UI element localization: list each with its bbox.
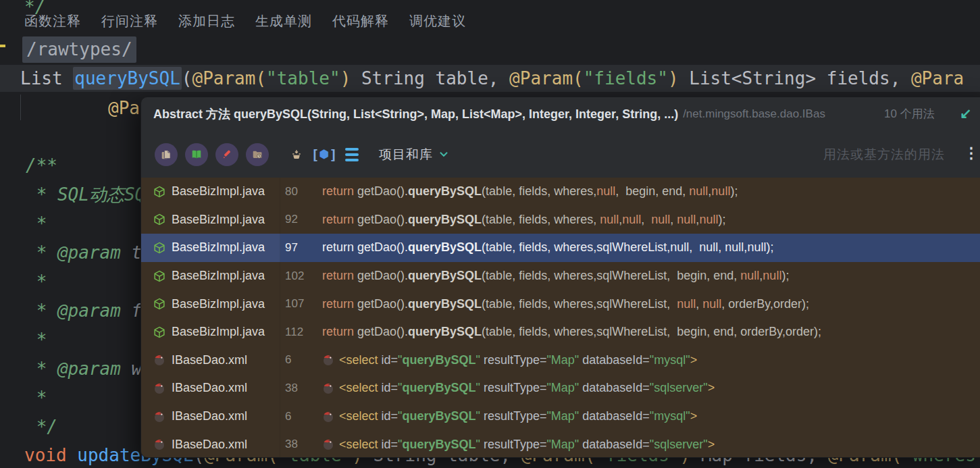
line-number: 38 — [280, 438, 322, 451]
usage-row[interactable]: BaseBizImpl.java102return getDao().query… — [141, 262, 980, 290]
java-class-icon — [153, 326, 165, 338]
scope-label: 项目和库 — [379, 146, 433, 163]
usage-row[interactable]: BaseBizImpl.java112return getDao().query… — [141, 318, 980, 346]
usage-results-list: BaseBizImpl.java80return getDao().queryB… — [141, 178, 980, 458]
usage-code-preview: <select id="queryBySQL" resultType="Map"… — [339, 353, 697, 367]
usage-count-label: 10 个用法 — [884, 97, 935, 131]
open-book-icon — [190, 149, 203, 161]
line-number: 112 — [280, 326, 322, 339]
recent-files-filter-button[interactable] — [246, 143, 269, 166]
usage-code-preview: return getDao().queryBySQL(table, fields… — [322, 325, 821, 339]
list-lines-icon — [345, 148, 359, 161]
file-name: IBaseDao.xml — [172, 438, 247, 452]
gutter-marker-icon — [0, 45, 5, 47]
usage-code-preview: return getDao().queryBySQL(table, fields… — [322, 240, 773, 255]
usage-code-preview: return getDao().queryBySQL(table, fields… — [322, 184, 738, 199]
usage-row[interactable]: BaseBizImpl.java92return getDao().queryB… — [141, 206, 980, 234]
java-class-icon — [153, 298, 165, 310]
ai-action-item[interactable]: 生成单测 — [255, 12, 312, 30]
line-number: 107 — [280, 297, 322, 311]
file-name: BaseBizImpl.java — [172, 297, 265, 311]
java-class-icon — [153, 213, 165, 226]
selected-text-rawtypes: /rawtypes/ — [22, 36, 136, 63]
usage-row[interactable]: IBaseDao.xml6<select id="queryBySQL" res… — [141, 346, 980, 375]
merge-usages-button[interactable] — [286, 145, 307, 165]
java-class-icon — [153, 186, 165, 198]
pencil-icon — [221, 149, 233, 161]
usage-code-preview: return getDao().queryBySQL(table, fields… — [322, 269, 789, 283]
preview-usages-button[interactable] — [342, 145, 362, 165]
usage-code-preview: <select id="queryBySQL" resultType="Map"… — [339, 438, 715, 452]
line-number: 102 — [280, 269, 322, 283]
chevron-down-icon — [439, 151, 448, 157]
java-class-icon — [153, 242, 165, 254]
ai-action-item[interactable]: 添加日志 — [178, 12, 235, 30]
file-name: BaseBizImpl.java — [172, 213, 265, 227]
mybatis-icon — [322, 354, 334, 366]
ai-actions-menu: 函数注释行间注释添加日志生成单测代码解释调优建议 — [24, 12, 466, 30]
mybatis-icon — [153, 354, 165, 366]
line-number: 6 — [280, 353, 322, 367]
ai-action-item[interactable]: 函数注释 — [24, 12, 81, 30]
java-class-icon — [153, 270, 165, 282]
file-name: BaseBizImpl.java — [172, 269, 265, 283]
indent-guide — [20, 95, 21, 120]
usage-row[interactable]: IBaseDao.xml38<select id="queryBySQL" re… — [141, 374, 980, 402]
module-hexagon-icon: ⬢ — [319, 147, 330, 161]
usage-row[interactable]: IBaseDao.xml38<select id="queryBySQL" re… — [141, 430, 980, 458]
usage-row[interactable]: BaseBizImpl.java107return getDao().query… — [141, 290, 980, 318]
line-number: 92 — [280, 213, 322, 226]
mybatis-icon — [322, 411, 334, 423]
mybatis-icon — [153, 382, 165, 394]
file-name: IBaseDao.xml — [172, 409, 247, 423]
usage-row[interactable]: BaseBizImpl.java97return getDao().queryB… — [141, 234, 980, 262]
filter-hint-label: 用法或基方法的用法 — [823, 131, 945, 178]
usage-code-preview: <select id="queryBySQL" resultType="Map"… — [339, 409, 697, 423]
open-in-find-window-icon[interactable]: ↙ — [960, 97, 972, 130]
popup-title-path: /net.mingsoft.base.dao.IBas — [683, 107, 825, 121]
usage-code-preview: <select id="queryBySQL" resultType="Map"… — [339, 381, 715, 395]
bracket-left: [ — [311, 147, 319, 163]
popup-header: Abstract 方法 queryBySQL(String, List<Stri… — [141, 97, 980, 131]
bracket-right: ] — [329, 147, 337, 163]
ai-action-item[interactable]: 行间注释 — [101, 12, 158, 30]
mybatis-icon — [153, 438, 165, 450]
usage-row[interactable]: IBaseDao.xml6<select id="queryBySQL" res… — [141, 402, 980, 431]
mybatis-icon — [153, 411, 165, 423]
ai-action-item[interactable]: 代码解释 — [332, 12, 389, 30]
folder-clock-icon — [251, 149, 263, 161]
usage-code-preview: return getDao().queryBySQL(table, fields… — [322, 213, 725, 227]
read-access-filter-button[interactable] — [185, 143, 208, 166]
current-line-band: List queryBySQL(@Param("table") String t… — [0, 65, 980, 92]
line-number: 6 — [280, 410, 322, 423]
more-options-kebab-icon[interactable]: ⋮ — [964, 131, 979, 176]
file-name: BaseBizImpl.java — [172, 240, 265, 255]
usage-row[interactable]: BaseBizImpl.java80return getDao().queryB… — [141, 178, 980, 206]
usage-code-preview: return getDao().queryBySQL(table, fields… — [322, 297, 809, 311]
method-declaration-line: List queryBySQL(@Param("table") String t… — [20, 65, 964, 92]
ai-action-item[interactable]: 调优建议 — [409, 12, 466, 30]
line-number: 38 — [280, 382, 322, 395]
popup-title: Abstract 方法 queryBySQL(String, List<Stri… — [153, 106, 678, 122]
mybatis-icon — [322, 382, 334, 394]
copy-documents-icon — [160, 149, 172, 161]
file-name: BaseBizImpl.java — [172, 184, 265, 199]
line-number: 97 — [280, 241, 322, 255]
write-access-filter-button[interactable] — [215, 143, 238, 166]
show-usages-popup: Abstract 方法 queryBySQL(String, List<Stri… — [140, 97, 980, 458]
file-name: BaseBizImpl.java — [172, 325, 265, 339]
popup-toolbar: [ ⬢ ] 项目和库 用法或基方法的用法 ⋮ — [141, 131, 980, 178]
import-bucket-icon — [290, 149, 303, 161]
scope-dropdown[interactable]: 项目和库 — [379, 146, 448, 163]
line-number: 80 — [280, 185, 322, 199]
group-by-module-button[interactable]: [ ⬢ ] — [314, 145, 334, 165]
mybatis-icon — [322, 438, 334, 450]
file-name: IBaseDao.xml — [172, 353, 247, 367]
file-name: IBaseDao.xml — [172, 381, 247, 395]
usages-filter-button[interactable] — [155, 143, 178, 166]
